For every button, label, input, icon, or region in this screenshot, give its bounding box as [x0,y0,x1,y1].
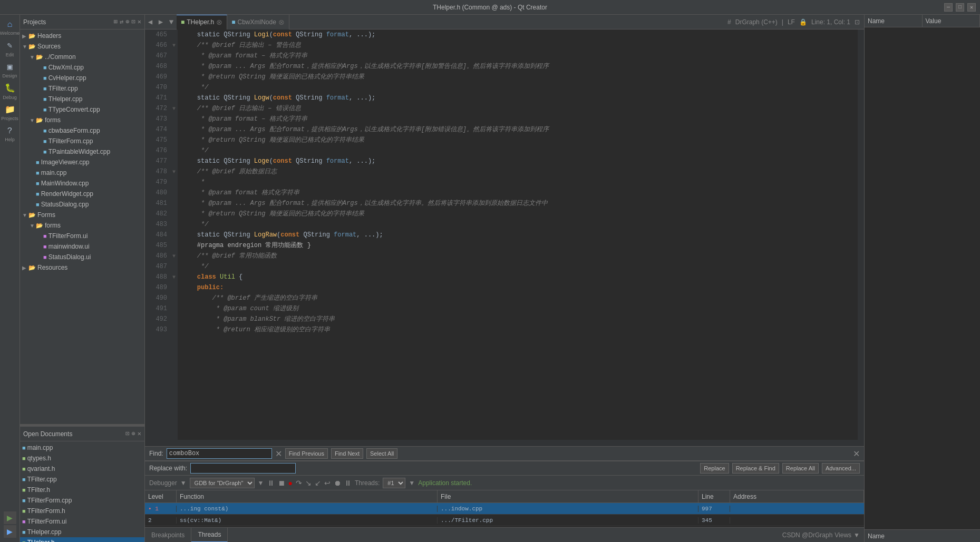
sidebar-item-welcome[interactable]: ⌂ Welcome [1,17,20,38]
tree-item-cbwxml[interactable]: ▶ ■ CbwXml.cpp [20,62,144,73]
close-panel-icon[interactable]: ✕ [138,18,141,26]
debugger-dropdown-icon[interactable]: ▼ [180,479,187,487]
filter-icon[interactable]: ⊞ [114,18,118,26]
select-all-btn[interactable]: Select All [366,448,397,459]
minimize-btn[interactable]: — [944,3,953,12]
find-clear-btn[interactable]: ✕ [275,449,282,459]
tab-next-btn[interactable]: ▶ [156,15,166,29]
tree-item-renderwidget[interactable]: ▶ ■ RenderWidget.cpp [20,189,144,199]
open-docs-list[interactable]: ■ main.cpp ■ qtypes.h ■ qvariant.h ■ TFi… [20,441,144,542]
debug-ctrl-7[interactable]: ↩ [324,479,331,487]
maximize-btn[interactable]: □ [956,3,964,12]
stack-row-2[interactable]: 2 ss(cv::Mat&) .../TFilter.cpp 345 [145,515,864,526]
tree-item-tfilterform-cpp[interactable]: ▶ ■ TFilterForm.cpp [20,136,144,146]
sync-icon[interactable]: ⇄ [120,18,123,26]
tree-item-mainwindow-ui[interactable]: ▶ ■ mainwindow.ui [20,241,144,252]
open-doc-main-cpp[interactable]: ■ main.cpp [20,442,144,453]
tree-item-forms-src[interactable]: ▼ 📂 forms [20,115,144,125]
tree-item-tfilter[interactable]: ▶ ■ TFilter.cpp [20,83,144,94]
debug-ctrl-2[interactable]: ⏹ [278,479,285,487]
debug-ctrl-6[interactable]: ↙ [315,479,321,487]
sidebar-item-design[interactable]: ▣ Design [1,60,20,81]
tree-item-mainwindow[interactable]: ▶ ■ MainWindow.cpp [20,178,144,189]
tree-item-forms-root[interactable]: ▼ 📂 Forms [20,210,144,220]
views-dropdown-icon[interactable]: ▼ [853,531,860,539]
open-doc-qvariant-h[interactable]: ■ qvariant.h [20,464,144,474]
open-doc-tfilterform-cpp[interactable]: ■ TFilterForm.cpp [20,495,144,506]
tab-threads[interactable]: Threads [191,528,228,543]
expand-icon[interactable]: ⊡ [132,18,135,26]
debugger-gdb-select[interactable]: GDB for "DrGraph" [190,478,255,488]
find-close-btn[interactable]: ✕ [853,449,860,459]
horizontal-scrollbar[interactable] [145,440,864,446]
projects-tree[interactable]: ▶ 📂 Headers ▼ 📂 Sources ▼ 📂 ../Common ▶ … [20,29,144,424]
tab-prev-btn[interactable]: ◀ [145,15,156,29]
debug-ctrl-9[interactable]: ⏸ [344,479,352,487]
find-input[interactable] [167,448,272,459]
find-next-btn[interactable]: Find Next [331,448,363,459]
tab-close-btn[interactable]: ⊗ [216,18,222,26]
open-docs-expand-icon[interactable]: ⊡ [125,430,129,438]
tab-breakpoints[interactable]: Breakpoints [145,528,191,543]
thread-dropdown-icon[interactable]: ▼ [409,479,415,487]
tab-thelper-h[interactable]: ■ THelper.h ⊗ [177,15,227,29]
doc-label: THelper.cpp [27,528,62,536]
close-btn[interactable]: ✕ [967,3,976,12]
open-docs-close-icon[interactable]: ✕ [138,430,141,438]
open-docs-add-icon[interactable]: ⊕ [132,430,135,438]
tab-cbwxmlnode[interactable]: ■ CbwXmlNode ⊗ [227,15,289,29]
replace-input[interactable] [190,463,296,474]
expand-btn[interactable]: ⊡ [855,18,860,26]
run-button[interactable]: ▶ [4,511,16,524]
tree-item-tfilterform-ui[interactable]: ▶ ■ TFilterForm.ui [20,231,144,241]
code-editor[interactable]: 465 466 467 468 469 470 471 472 473 474 … [145,29,864,440]
open-doc-qtypes-h[interactable]: ■ qtypes.h [20,453,144,464]
window-controls[interactable]: — □ ✕ [944,3,976,12]
sidebar-item-debug[interactable]: 🐛 Debug [1,81,20,102]
code-line-485: #pragma endregion 常用功能函数 } [182,240,853,251]
replace-btn[interactable]: Replace [700,463,729,474]
replace-find-btn[interactable]: Replace & Find [732,463,779,474]
replace-all-btn[interactable]: Replace All [782,463,819,474]
open-doc-thelper-h[interactable]: ■ THelper.h [20,537,144,542]
tree-item-cbwbaseform[interactable]: ▶ ■ cbwbaseForm.cpp [20,125,144,136]
debug-ctrl-8[interactable]: ⏺ [334,479,341,487]
open-doc-tfilterform-ui[interactable]: ■ TFilterForm.ui [20,516,144,527]
advanced-btn[interactable]: Advanced... [822,463,860,474]
find-previous-btn[interactable]: Find Previous [285,448,328,459]
tab-close-btn[interactable]: ⊗ [278,18,285,26]
mini-scrollbar[interactable] [858,29,864,440]
tree-item-thelper-cpp[interactable]: ▶ ■ THelper.cpp [20,94,144,104]
debug-ctrl-5[interactable]: ↘ [305,479,312,487]
tree-item-main-cpp[interactable]: ▶ ■ main.cpp [20,167,144,178]
tab-menu-btn[interactable]: ▼ [166,15,177,29]
open-doc-tfilterform-h[interactable]: ■ TFilterForm.h [20,506,144,516]
tree-item-cvhelper[interactable]: ▶ ■ CvHelper.cpp [20,73,144,83]
tree-item-ttypeconvert[interactable]: ▶ ■ TTypeConvert.cpp [20,104,144,115]
debug-ctrl-4[interactable]: ↷ [296,479,302,487]
stack-row-1[interactable]: • 1 ...ing const&) ...indow.cpp 997 [145,503,864,515]
open-doc-tfilter-h[interactable]: ■ TFilter.h [20,485,144,495]
tree-item-common[interactable]: ▼ 📂 ../Common [20,52,144,62]
thread-select[interactable]: #1 [383,478,405,488]
open-doc-tfilter-cpp[interactable]: ■ TFilter.cpp [20,474,144,485]
open-doc-thelper-cpp[interactable]: ■ THelper.cpp [20,527,144,537]
tree-item-resources[interactable]: ▶ 📂 Resources [20,262,144,273]
debugger-config-icon[interactable]: ▼ [258,479,264,487]
folder-icon: 📂 [36,54,43,61]
tree-item-statusdialog-cpp[interactable]: ▶ ■ StatusDialog.cpp [20,199,144,210]
tree-item-imageviewer[interactable]: ▶ ■ ImageViewer.cpp [20,157,144,167]
tree-item-sources[interactable]: ▼ 📂 Sources [20,41,144,52]
debug-ctrl-1[interactable]: ⏸ [267,479,275,487]
debug-run-button[interactable]: ▶ [4,525,16,538]
tree-item-tpaintable[interactable]: ▶ ■ TPaintableWidget.cpp [20,146,144,157]
add-icon[interactable]: ⊕ [125,18,129,26]
sidebar-item-help[interactable]: ? Help [1,123,20,144]
sidebar-item-projects[interactable]: 📁 Projects [1,102,20,123]
tree-item-headers[interactable]: ▶ 📂 Headers [20,31,144,41]
tree-item-statusdialog-ui[interactable]: ▶ ■ StatusDialog.ui [20,252,144,262]
tree-item-forms-sub[interactable]: ▼ 📂 forms [20,220,144,231]
code-content[interactable]: static QString Logi(const QString format… [178,29,858,440]
debug-ctrl-3[interactable]: ● [288,479,293,487]
sidebar-item-edit[interactable]: ✎ Edit [1,38,20,59]
